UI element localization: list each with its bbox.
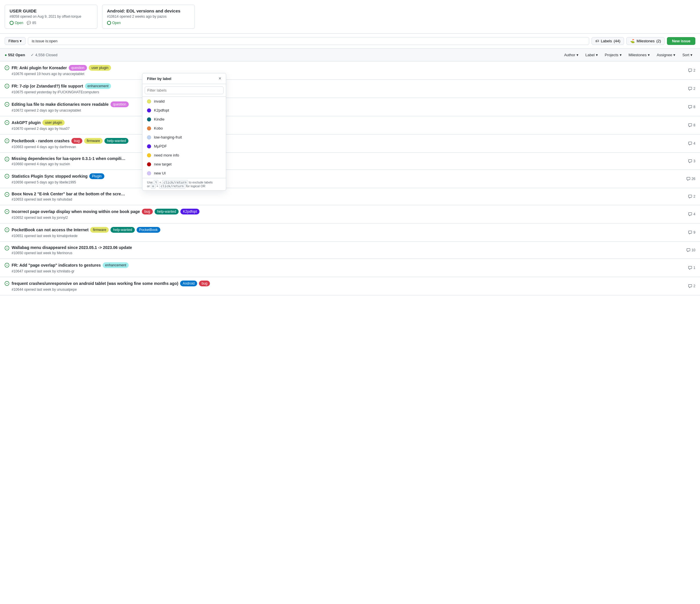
issue-comments: 26	[686, 177, 695, 181]
issue-title-link[interactable]: Wallabag menu disappeared since 2023.05.…	[11, 245, 132, 250]
issue-label[interactable]: bug	[71, 138, 82, 144]
issue-content: frequent crashes/unresponsive on android…	[11, 281, 686, 292]
issue-content: FR: Anki plugin for Koreader questionuse…	[11, 65, 686, 76]
closed-count[interactable]: ✓ 4,558 Closed	[31, 53, 57, 57]
milestones-button[interactable]: ⛳ Milestones (2)	[626, 37, 665, 45]
issue-label[interactable]: firmware	[84, 138, 103, 144]
issue-label[interactable]: question	[110, 101, 129, 107]
issue-label[interactable]: Android	[180, 281, 197, 286]
table-row: Pocketbook - random crashes bugfirmwareh…	[0, 134, 700, 153]
issue-label[interactable]: enhancement	[85, 83, 111, 89]
issue-title-link[interactable]: FR: Anki plugin for Koreader	[11, 65, 67, 70]
table-row: FR: Anki plugin for Koreader questionuse…	[0, 61, 700, 80]
issue-title-link[interactable]: frequent crashes/unresponsive on android…	[11, 281, 178, 286]
issue-label[interactable]: help-wanted	[104, 138, 128, 144]
label-list-item[interactable]: new target	[142, 160, 226, 169]
issue-content: Boox Nova 2 "E-Ink Center" bar at the bo…	[11, 191, 686, 202]
issue-label[interactable]: K2pdfopt	[180, 209, 200, 214]
filters-button[interactable]: Filters ▾	[5, 37, 26, 45]
table-row: Editing lua file to make dictionaries mo…	[0, 98, 700, 116]
comment-count: 1	[693, 266, 695, 270]
issue-label[interactable]: bug	[142, 209, 153, 214]
issue-title-link[interactable]: FR: 7-zip (or Zstandard?) file support	[11, 84, 83, 88]
author-filter-button[interactable]: Author ▾	[561, 52, 581, 58]
issue-open-icon	[5, 228, 9, 233]
issue-content: FR: 7-zip (or Zstandard?) file support e…	[11, 83, 686, 94]
projects-filter-button[interactable]: Projects ▾	[602, 52, 625, 58]
assignee-filter-button[interactable]: Assignee ▾	[654, 52, 678, 58]
label-name: Kindle	[154, 117, 165, 122]
issue-open-icon	[5, 65, 9, 71]
issue-title-link[interactable]: Incorrect page overlap display when movi…	[11, 209, 140, 214]
card-title-1: Android: EOL versions and devices	[107, 8, 190, 13]
issue-label[interactable]: user plugin	[89, 65, 111, 71]
label-list-item[interactable]: Kobo	[142, 124, 226, 133]
label-list-item[interactable]: MμPDF	[142, 142, 226, 151]
labels-button[interactable]: 🏷 Labels (44)	[592, 37, 624, 45]
issues-filter-buttons: Author ▾ Label ▾ Projects ▾ Milestones ▾…	[561, 52, 695, 58]
comment-count: 3	[693, 159, 695, 163]
issue-label[interactable]: Plugin	[89, 173, 104, 179]
issue-meta: #10644 opened last week by unusualpepe	[11, 288, 686, 292]
label-name: need more info	[154, 153, 179, 157]
card-meta-1: #10614 opened 2 weeks ago by pazos	[107, 15, 190, 19]
issue-comments: 1	[688, 266, 695, 270]
issue-label[interactable]: PocketBook	[136, 227, 160, 233]
table-row: PocketBook can not access the Internet f…	[0, 224, 700, 242]
comment-count-0: 💬 85	[27, 21, 36, 25]
search-input[interactable]	[28, 37, 589, 45]
sort-chevron-icon: ▾	[691, 53, 693, 57]
issue-label[interactable]: help-wanted	[110, 227, 134, 233]
card-android-eol: Android: EOL versions and devices #10614…	[102, 5, 195, 29]
dropdown-close-button[interactable]: ×	[219, 76, 221, 81]
issue-title-link[interactable]: Boox Nova 2 "E-Ink Center" bar at the bo…	[11, 191, 125, 196]
issue-title-link[interactable]: PocketBook can not access the Internet	[11, 228, 89, 232]
comment-count: 4	[693, 141, 695, 146]
label-color-dot	[147, 145, 151, 149]
issue-label[interactable]: user plugin	[42, 120, 65, 126]
label-list-item[interactable]: need more info	[142, 151, 226, 160]
dropdown-title: Filter by label	[147, 77, 171, 81]
issue-label[interactable]: question	[69, 65, 87, 71]
issue-title-link[interactable]: FR: Add "page overlap" indicators to ges…	[11, 263, 101, 267]
issue-meta: #10675 opened yesterday by iFUCKINGHATEc…	[11, 90, 686, 94]
milestones-filter-button[interactable]: Milestones ▾	[626, 52, 653, 58]
issue-title-link[interactable]: AskGPT plugin	[11, 120, 41, 125]
sort-filter-button[interactable]: Sort ▾	[679, 52, 695, 58]
issue-title-link[interactable]: Statistics Plugin Sync stopped working	[11, 174, 88, 179]
dropdown-search-area	[142, 84, 226, 97]
label-color-dot	[147, 162, 151, 166]
issue-title-row: FR: Add "page overlap" indicators to ges…	[11, 262, 686, 268]
issue-meta: #10670 opened 2 days ago by hius07	[11, 127, 686, 131]
new-issue-button[interactable]: New issue	[667, 37, 695, 45]
comment-count: 10	[692, 248, 695, 252]
label-filter-button[interactable]: Label ▾	[582, 52, 601, 58]
label-name: new target	[154, 162, 172, 166]
label-list-item[interactable]: invalid	[142, 97, 226, 106]
issue-title-link[interactable]: Editing lua file to make dictionaries mo…	[11, 102, 109, 107]
issue-label[interactable]: enhancement	[103, 262, 129, 268]
issue-content: FR: Add "page overlap" indicators to ges…	[11, 262, 686, 273]
label-list-item[interactable]: K2pdfopt	[142, 106, 226, 115]
label-list-item[interactable]: new UI	[142, 169, 226, 178]
issue-title-row: Statistics Plugin Sync stopped working P…	[11, 173, 684, 179]
issue-meta: #10663 opened 4 days ago by darthrevan	[11, 145, 686, 149]
open-count: ● 552 Open	[5, 53, 25, 57]
table-row: AskGPT plugin user plugin #10670 opened …	[0, 116, 700, 134]
issues-header: ● 552 Open ✓ 4,558 Closed Author ▾ Label…	[0, 49, 700, 61]
label-list-item[interactable]: low-hanging-fruit	[142, 133, 226, 142]
label-search-input[interactable]	[145, 86, 224, 94]
issue-content: Incorrect page overlap display when movi…	[11, 209, 686, 220]
label-list-item[interactable]: Kindle	[142, 115, 226, 124]
circle-key: ⊙	[151, 184, 156, 189]
issue-label[interactable]: help-wanted	[154, 209, 179, 214]
label-dropdown-list: invalid K2pdfopt Kindle Kobo low-hanging…	[142, 97, 226, 178]
issue-meta: #10647 opened last week by ichnilatis-gr	[11, 269, 686, 273]
issue-title-link[interactable]: Missing dependencies for lua-spore 0.3.1…	[11, 156, 126, 161]
issue-title-link[interactable]: Pocketbook - random crashes	[11, 138, 70, 143]
issue-label[interactable]: bug	[199, 281, 210, 286]
issue-label[interactable]: firmware	[90, 227, 109, 233]
issue-comments: 2	[688, 87, 695, 91]
issue-content: Statistics Plugin Sync stopped working P…	[11, 173, 684, 184]
card-meta-0: #8058 opened on Aug 9, 2021 by offset-to…	[9, 15, 93, 19]
